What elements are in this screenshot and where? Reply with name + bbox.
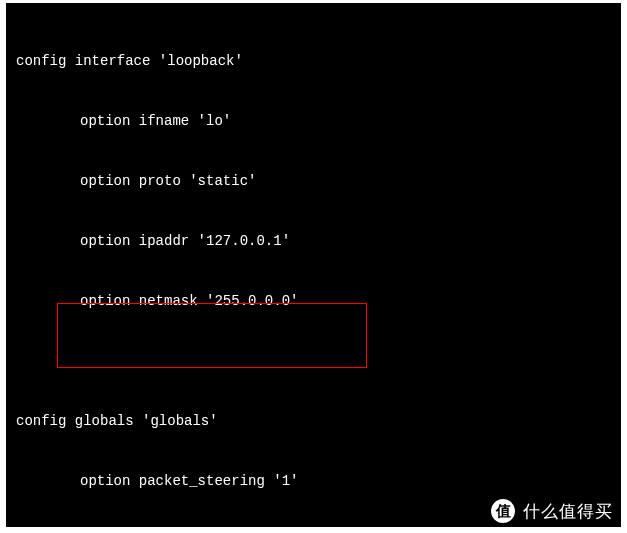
- config-line: option ifname 'lo': [16, 111, 611, 131]
- config-line: config globals 'globals': [16, 411, 611, 431]
- config-line: option netmask '255.0.0.0': [16, 291, 611, 311]
- config-line: option proto 'static': [16, 171, 611, 191]
- config-line: option packet_steering '1': [16, 471, 611, 491]
- config-line: option ipaddr '127.0.0.1': [16, 231, 611, 251]
- terminal-window[interactable]: config interface 'loopback' option ifnam…: [6, 3, 621, 527]
- blank-line: [16, 351, 611, 371]
- config-line: config interface 'loopback': [16, 51, 611, 71]
